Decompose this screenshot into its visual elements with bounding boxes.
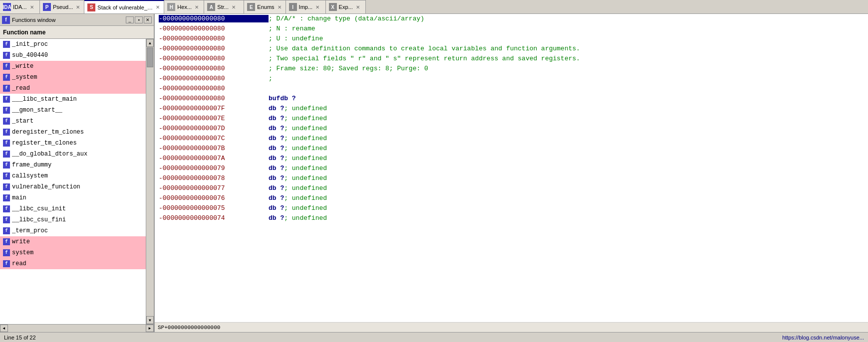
tab-pseudo[interactable]: PPseud...✕ [40,0,84,13]
func-item-__gmon_start__[interactable]: f__gmon_start__ [0,105,146,116]
hscroll-track[interactable] [8,325,146,332]
code-line-13[interactable]: -000000000000007B db ? ; undefined [155,145,868,155]
code-line-19[interactable]: -0000000000000075 db ? ; undefined [155,204,868,214]
ida-tab-close[interactable]: ✕ [29,4,35,10]
code-line-3[interactable]: -0000000000000080 ; Use data definition … [155,45,868,55]
func-item-_term_proc[interactable]: f_term_proc [0,225,146,236]
imp-tab-icon: I [289,3,297,11]
code-line-8[interactable]: -0000000000000080 buf db ? [155,95,868,105]
hscroll-left-arrow[interactable]: ◄ [0,325,8,332]
code-line-20[interactable]: -0000000000000074 db ? ; undefined [155,214,868,224]
code-line-5[interactable]: -0000000000000080 ; Frame size: 80; Save… [155,65,868,75]
code-addr: -000000000000007E [159,115,269,122]
str-tab-close[interactable]: ✕ [231,4,237,10]
func-item-_system[interactable]: f_system [0,72,146,83]
func-name-label: _write [12,63,33,70]
func-name-label: _start [12,118,33,125]
functions-list[interactable]: f_init_procfsub_400440f_writef_systemf_r… [0,39,146,324]
tab-ida[interactable]: IDAIDA...✕ [0,0,40,13]
code-line-15[interactable]: -0000000000000079 db ? ; undefined [155,165,868,174]
func-item-write[interactable]: fwrite [0,236,146,247]
code-comment: ; D/A/* : change type (data/ascii/array) [269,15,424,22]
minimize-button[interactable]: _ [126,16,134,23]
code-line-6[interactable]: -0000000000000080 ; [155,75,868,85]
code-line-17[interactable]: -0000000000000077 db ? ; undefined [155,184,868,194]
code-line-11[interactable]: -000000000000007D db ? ; undefined [155,125,868,135]
code-line-14[interactable]: -000000000000007A db ? ; undefined [155,155,868,165]
func-item-_start[interactable]: f_start [0,116,146,127]
func-item-deregister_tm_clones[interactable]: fderegister_tm_clones [0,127,146,138]
code-inline-comment: ; undefined [284,204,327,212]
func-f-icon: f [3,41,10,48]
func-item-_init_proc[interactable]: f_init_proc [0,39,146,50]
func-item-register_tm_clones[interactable]: fregister_tm_clones [0,138,146,149]
code-line-12[interactable]: -000000000000007C db ? ; undefined [155,135,868,145]
ida-tab-label: IDA... [13,4,27,10]
scroll-up-arrow[interactable]: ▲ [146,39,154,47]
code-line-4[interactable]: -0000000000000080 ; Two special fields "… [155,55,868,65]
func-item-__do_global_dtors_aux[interactable]: f__do_global_dtors_aux [0,149,146,160]
url-info: https://blog.csdn.net/malonyuse... [782,335,864,341]
restore-button[interactable]: ▪ [135,16,143,23]
sp-info: SP+0000000000000000 [158,325,220,331]
code-addr: -0000000000000080 [159,95,269,102]
code-addr: -0000000000000079 [159,165,269,172]
window-controls: _ ▪ ✕ [126,16,152,23]
pseudo-tab-close[interactable]: ✕ [75,4,81,10]
imp-tab-close[interactable]: ✕ [314,4,320,10]
func-f-icon: f [3,140,10,147]
func-name-label: deregister_tm_clones [12,129,84,136]
code-line-10[interactable]: -000000000000007E db ? ; undefined [155,115,868,125]
stack-tab-close[interactable]: ✕ [155,4,161,10]
exp-tab-close[interactable]: ✕ [355,4,361,10]
close-button[interactable]: ✕ [144,16,152,23]
tab-str[interactable]: AStr...✕ [204,0,244,13]
code-addr: -0000000000000080 [159,35,269,42]
scroll-thumb[interactable] [147,47,153,67]
functions-panel: f Functions window _ ▪ ✕ Function name f… [0,14,155,332]
code-addr: -0000000000000078 [159,174,269,182]
code-instruction: db ? [269,155,284,162]
code-line-9[interactable]: -000000000000007F db ? ; undefined [155,105,868,115]
code-instruction: db ? [269,204,284,212]
code-line-2[interactable]: -0000000000000080 ; U : undefine [155,35,868,45]
enums-tab-close[interactable]: ✕ [277,4,283,10]
tab-exp[interactable]: XExp...✕ [326,0,366,13]
func-name-label: __libc_csu_init [12,205,66,212]
hex-tab-close[interactable]: ✕ [194,4,200,10]
functions-window-title: Functions window [12,17,55,23]
code-line-7[interactable]: -0000000000000080 [155,85,868,95]
tab-stack[interactable]: SStack of vulnerable_f...✕ [84,0,164,13]
code-line-16[interactable]: -0000000000000078 db ? ; undefined [155,174,868,184]
scroll-down-arrow[interactable]: ▼ [146,316,154,324]
functions-scrollbar[interactable]: ▲ ▼ [146,39,154,324]
func-item-sub_400440[interactable]: fsub_400440 [0,50,146,61]
hscroll-right-arrow[interactable]: ► [146,325,154,332]
code-content[interactable]: -0000000000000080 ; D/A/* : change type … [155,14,868,322]
func-name-label: callsystem [12,172,48,179]
code-addr: -0000000000000080 [159,45,269,52]
func-item-frame_dummy[interactable]: fframe_dummy [0,160,146,171]
code-comment: ; N : rename [269,25,315,32]
func-item-__libc_csu_fini[interactable]: f__libc_csu_fini [0,214,146,225]
func-item-system[interactable]: fsystem [0,247,146,258]
code-addr: -0000000000000080 [159,55,269,62]
exp-tab-icon: X [329,3,337,11]
code-line-0[interactable]: -0000000000000080 ; D/A/* : change type … [155,15,868,25]
func-item-vulnerable_function[interactable]: fvulnerable_function [0,181,146,192]
function-name-column-header: Function name [0,26,154,39]
tab-imp[interactable]: IImp...✕ [286,0,326,13]
code-addr: -000000000000007F [159,105,269,112]
func-item-main[interactable]: fmain [0,192,146,203]
tab-enums[interactable]: EEnums✕ [244,0,286,13]
func-item-_read[interactable]: f_read [0,83,146,94]
func-item-_write[interactable]: f_write [0,61,146,72]
functions-hscrollbar[interactable]: ◄ ► [0,324,154,332]
func-item-___libc_start_main[interactable]: f___libc_start_main [0,94,146,105]
tab-hex[interactable]: HHex...✕ [164,0,204,13]
code-line-18[interactable]: -0000000000000076 db ? ; undefined [155,194,868,204]
func-item-__libc_csu_init[interactable]: f__libc_csu_init [0,203,146,214]
func-item-read[interactable]: fread [0,258,146,269]
func-item-callsystem[interactable]: fcallsystem [0,171,146,181]
code-line-1[interactable]: -0000000000000080 ; N : rename [155,25,868,35]
